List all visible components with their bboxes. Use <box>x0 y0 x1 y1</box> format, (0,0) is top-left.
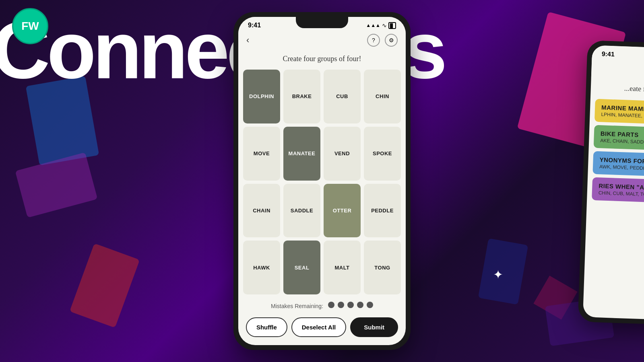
dot-1 <box>328 302 334 308</box>
dot-5 <box>367 302 373 308</box>
center-tile-malt[interactable]: MALT <box>324 241 361 294</box>
center-tile-move[interactable]: MOVE <box>243 127 280 181</box>
right-answer-cards: MARINE MAMMALS LPHIN, MANATEE, OTTER, SE… <box>587 95 644 209</box>
center-tile-brake[interactable]: BRAKE <box>283 70 320 123</box>
dot-2 <box>338 302 344 308</box>
center-mistakes-area: Mistakes Remaining: <box>238 298 406 313</box>
center-tile-dolphin[interactable]: DOLPHIN <box>243 70 280 123</box>
center-phone: 9:41 ▲▲▲ ∿ █ ‹ ? ⚙ Create four groups of… <box>233 12 411 350</box>
center-tile-manatee[interactable]: MANATEE <box>283 127 320 181</box>
notch <box>296 17 348 28</box>
center-tile-vend[interactable]: VEND <box>324 127 361 181</box>
deselect-button[interactable]: Deselect All <box>291 317 347 337</box>
fw-logo: FW <box>12 8 48 44</box>
center-nav-bar: ‹ ? ⚙ <box>238 31 406 50</box>
center-back-button[interactable]: ‹ <box>246 35 249 45</box>
center-tile-tong[interactable]: TONG <box>364 241 401 294</box>
battery-icon: █ <box>388 22 396 29</box>
center-game-title: Create four groups of four! <box>238 50 406 66</box>
answer-card-synonyms[interactable]: YNONYMS FOR SELL AWK, MOVE, PEDDLE, VEND <box>592 151 644 179</box>
submit-button[interactable]: Submit <box>350 317 398 337</box>
dot-3 <box>347 302 354 308</box>
center-tile-chain[interactable]: CHAIN <box>243 184 280 238</box>
answer-card-marine[interactable]: MARINE MAMMALS LPHIN, MANATEE, OTTER, SE… <box>594 99 644 127</box>
center-help-button[interactable]: ? <box>367 34 380 47</box>
star-deco: ✦ <box>493 267 503 282</box>
center-settings-button[interactable]: ⚙ <box>385 34 398 47</box>
signal-icon: ▲▲▲ <box>366 23 380 28</box>
answer-card-cries[interactable]: RIES WHEN "A" IS ADDED CHIN, CUB, MALT, … <box>592 177 644 205</box>
center-action-buttons: Shuffle Deselect All Submit <box>238 313 406 345</box>
center-status-icons: ▲▲▲ ∿ █ <box>366 22 396 29</box>
center-status-time: 9:41 <box>248 22 261 29</box>
fw-logo-text: FW <box>21 20 39 33</box>
bg-deco-4 <box>15 152 98 218</box>
synonyms-words: AWK, MOVE, PEDDLE, VEND <box>599 164 644 173</box>
center-tile-cub[interactable]: CUB <box>324 70 361 123</box>
right-status-time: 9:41 <box>602 50 615 58</box>
center-tile-saddle[interactable]: SADDLE <box>283 184 320 238</box>
mistakes-label: Mistakes Remaining: <box>271 303 323 309</box>
center-tile-spoke[interactable]: SPOKE <box>364 127 401 181</box>
bg-deco-5 <box>478 238 528 304</box>
center-tile-chin[interactable]: CHIN <box>364 70 401 123</box>
center-tile-otter[interactable]: OTTER <box>324 184 361 238</box>
center-tile-seal[interactable]: SEAL <box>283 241 320 294</box>
wifi-icon: ∿ <box>382 22 387 29</box>
center-tile-hawk[interactable]: HAWK <box>243 241 280 294</box>
shuffle-button[interactable]: Shuffle <box>246 317 287 337</box>
dot-4 <box>357 302 363 308</box>
bike-words: AKE, CHAIN, SADDLE, SPOKE <box>600 138 644 147</box>
marine-words: LPHIN, MANATEE, OTTER, SEAL <box>601 111 644 121</box>
center-nav-icons: ? ⚙ <box>367 34 398 47</box>
answer-card-bike[interactable]: BIKE PARTS AKE, CHAIN, SADDLE, SPOKE <box>594 125 644 153</box>
mistake-dots <box>328 302 373 308</box>
cries-words: CHIN, CUB, MALT, TONG <box>599 190 644 200</box>
bg-deco-3 <box>70 243 140 328</box>
center-word-grid: DOLPHIN BRAKE CUB CHIN MOVE MANATEE VEND… <box>238 66 406 298</box>
center-tile-peddle[interactable]: PEDDLE <box>364 184 401 238</box>
